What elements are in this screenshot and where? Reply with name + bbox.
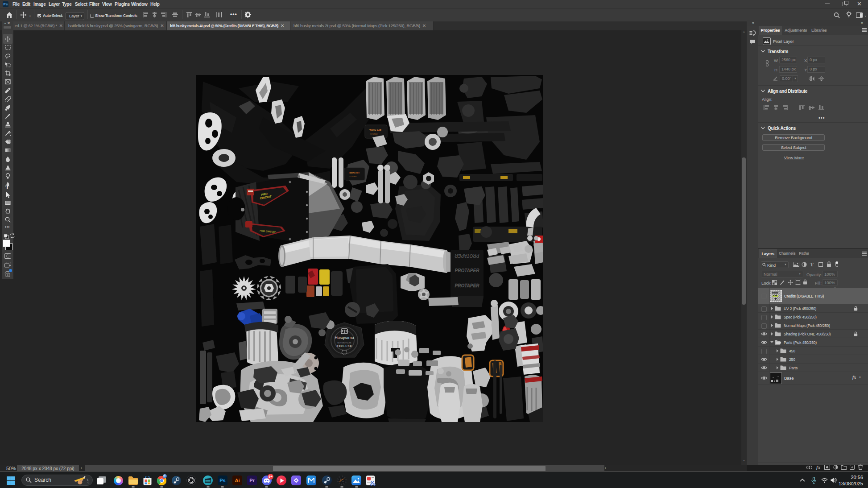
- svg-text:SYSTEM: SYSTEM: [349, 175, 356, 178]
- svg-text:SYSTEM: SYSTEM: [370, 133, 377, 135]
- svg-text:REKLUSE: REKLUSE: [336, 345, 352, 347]
- svg-text:Husqvarna: Husqvarna: [335, 335, 354, 340]
- svg-text:TWIN AIR: TWIN AIR: [369, 129, 382, 132]
- svg-text:MOTORCYCLES: MOTORCYCLES: [338, 342, 351, 344]
- svg-text:TWIN AIR: TWIN AIR: [348, 171, 360, 174]
- svg-text:PROTAPER: PROTAPER: [455, 253, 479, 258]
- svg-text:PROTAPER: PROTAPER: [455, 268, 480, 273]
- svg-text:PROTAPER: PROTAPER: [455, 283, 480, 288]
